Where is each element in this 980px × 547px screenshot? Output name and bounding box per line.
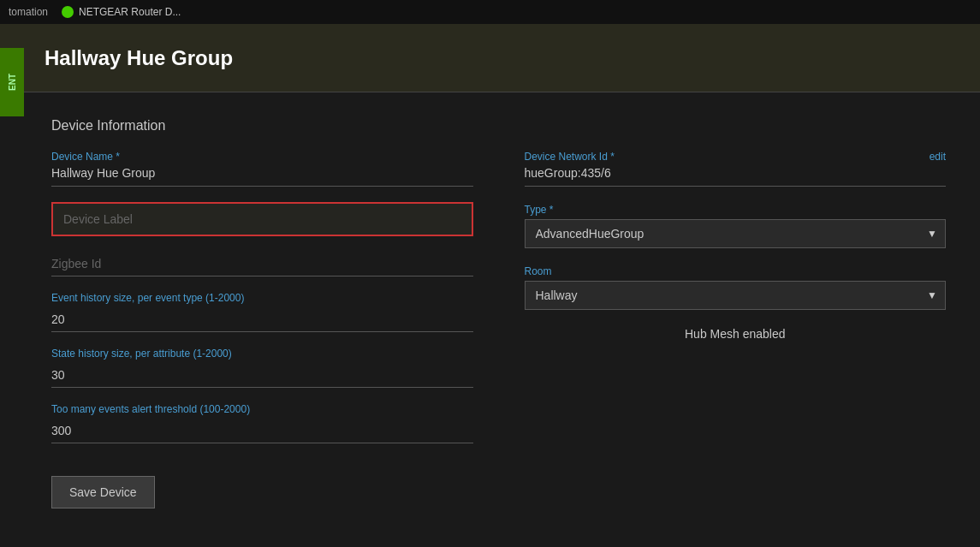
alert-threshold-label: Too many events alert threshold (100-200…: [51, 403, 473, 415]
type-select-wrapper: AdvancedHueGroup HueGroup ▼: [525, 219, 947, 248]
device-network-id-value: hueGroup:435/6: [525, 166, 947, 187]
room-select[interactable]: Hallway Living Room Bedroom Kitchen: [525, 281, 947, 310]
room-select-wrapper: Hallway Living Room Bedroom Kitchen ▼: [525, 281, 947, 310]
top-bar: tomation NETGEAR Router D...: [0, 0, 980, 24]
hub-mesh-status: Hub Mesh enabled: [525, 327, 947, 341]
device-label-group: [51, 202, 473, 236]
type-select[interactable]: AdvancedHueGroup HueGroup: [525, 219, 947, 248]
event-history-input[interactable]: [51, 307, 473, 332]
type-label: Type *: [525, 204, 947, 216]
device-name-group: Device Name * Hallway Hue Group: [51, 151, 473, 187]
state-history-input[interactable]: [51, 363, 473, 388]
zigbee-id-input[interactable]: [51, 252, 473, 276]
sidebar-indicator[interactable]: ENT: [0, 48, 24, 116]
router-status-icon: [62, 6, 74, 18]
zigbee-id-group: [51, 252, 473, 276]
room-label: Room: [525, 265, 947, 277]
event-history-group: Event history size, per event type (1-20…: [51, 292, 473, 332]
page-title: Hallway Hue Group: [45, 46, 233, 70]
alert-threshold-input[interactable]: [51, 419, 473, 443]
save-device-button[interactable]: Save Device: [51, 476, 155, 508]
page-header: ENT Hallway Hue Group: [0, 24, 980, 92]
automation-item: tomation: [9, 6, 48, 18]
sidebar-label: ENT: [8, 74, 17, 91]
device-network-id-group: edit Device Network Id * hueGroup:435/6: [525, 151, 947, 187]
state-history-group: State history size, per attribute (1-200…: [51, 348, 473, 388]
router-label: NETGEAR Router D...: [79, 6, 181, 18]
event-history-label: Event history size, per event type (1-20…: [51, 292, 473, 304]
automation-label: tomation: [9, 6, 48, 18]
main-content: Device Information Device Name * Hallway…: [0, 92, 980, 547]
form-right: edit Device Network Id * hueGroup:435/6 …: [525, 151, 947, 508]
form-left: Device Name * Hallway Hue Group Event hi…: [51, 151, 473, 508]
room-group: Room Hallway Living Room Bedroom Kitchen…: [525, 265, 947, 310]
state-history-label: State history size, per attribute (1-200…: [51, 348, 473, 360]
edit-link[interactable]: edit: [930, 151, 946, 163]
form-layout: Device Name * Hallway Hue Group Event hi…: [51, 151, 946, 508]
router-item: NETGEAR Router D...: [62, 6, 181, 18]
device-name-value: Hallway Hue Group: [51, 166, 473, 187]
device-network-id-label: Device Network Id *: [525, 151, 947, 163]
device-name-label: Device Name *: [51, 151, 473, 163]
device-label-input[interactable]: [51, 202, 473, 236]
alert-threshold-group: Too many events alert threshold (100-200…: [51, 403, 473, 443]
type-group: Type * AdvancedHueGroup HueGroup ▼: [525, 204, 947, 248]
section-title: Device Information: [51, 118, 946, 134]
